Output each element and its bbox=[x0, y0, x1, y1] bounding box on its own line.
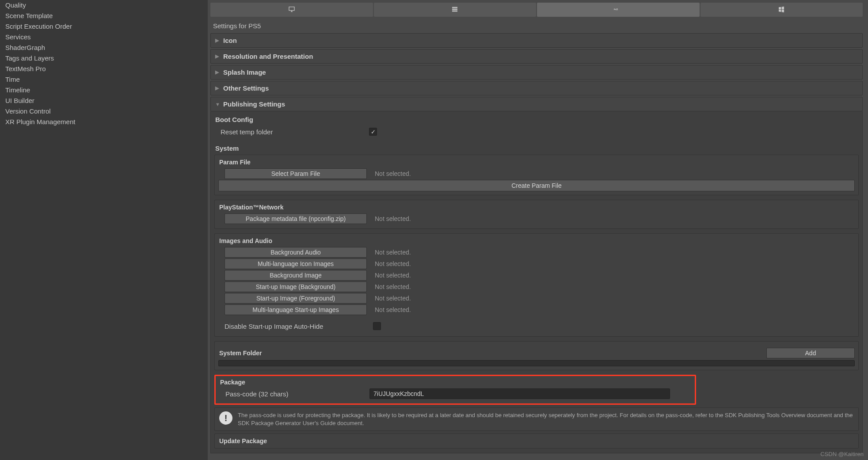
update-package-group: Update Package bbox=[214, 433, 859, 449]
settings-sidebar: Quality Scene Template Script Execution … bbox=[0, 0, 208, 460]
section-resolution[interactable]: ▶ Resolution and Presentation bbox=[210, 49, 863, 64]
sidebar-item-textmesh-pro[interactable]: TextMesh Pro bbox=[5, 64, 208, 74]
background-audio-button[interactable]: Background Audio bbox=[225, 247, 367, 258]
platform-tab-standalone[interactable] bbox=[210, 3, 373, 17]
svg-text:ᴘs5: ᴘs5 bbox=[614, 8, 618, 11]
passcode-input[interactable] bbox=[369, 388, 670, 399]
info-icon: ! bbox=[219, 411, 232, 425]
passcode-info-box: ! The pass-code is used for protecting t… bbox=[214, 407, 859, 431]
sidebar-item-scene-template[interactable]: Scene Template bbox=[5, 11, 208, 21]
desktop-icon bbox=[287, 6, 296, 14]
boot-config-heading: Boot Config bbox=[214, 114, 859, 126]
platform-tab-ps5[interactable]: ᴘs5 bbox=[537, 3, 700, 17]
platform-tab-server[interactable] bbox=[374, 3, 537, 17]
section-label: Splash Image bbox=[223, 68, 266, 76]
background-audio-status: Not selected. bbox=[375, 249, 411, 256]
section-label: Resolution and Presentation bbox=[223, 53, 313, 60]
disable-auto-hide-checkbox[interactable] bbox=[373, 322, 381, 330]
sidebar-item-services[interactable]: Services bbox=[5, 32, 208, 42]
settings-content: ▶ Icon ▶ Resolution and Presentation ▶ S… bbox=[208, 33, 865, 460]
sidebar-item-xr-plugin-management[interactable]: XR Plugin Management bbox=[5, 117, 208, 127]
package-group-highlighted: Package Pass-code (32 chars) bbox=[214, 375, 696, 405]
package-heading: Package bbox=[219, 379, 691, 388]
psn-group-label: PlayStation™Network bbox=[218, 204, 855, 213]
section-label: Icon bbox=[223, 37, 237, 44]
multilang-icon-images-status: Not selected. bbox=[375, 260, 411, 267]
sidebar-item-script-execution-order[interactable]: Script Execution Order bbox=[5, 21, 208, 32]
psn-group: PlayStation™Network Package metadata fil… bbox=[214, 200, 859, 229]
system-heading: System bbox=[214, 143, 859, 155]
background-image-button[interactable]: Background Image bbox=[225, 270, 367, 281]
sidebar-item-shadergraph[interactable]: ShaderGraph bbox=[5, 42, 208, 53]
windows-icon bbox=[777, 6, 786, 14]
select-param-file-button[interactable]: Select Param File bbox=[225, 168, 367, 179]
reset-temp-folder-checkbox[interactable] bbox=[369, 128, 377, 136]
reset-temp-folder-label: Reset temp folder bbox=[214, 128, 369, 136]
platform-tab-windows[interactable] bbox=[700, 3, 863, 17]
images-audio-group-label: Images and Audio bbox=[218, 237, 855, 247]
sidebar-item-tags-and-layers[interactable]: Tags and Layers bbox=[5, 53, 208, 64]
images-audio-group: Images and Audio Background Audio Not se… bbox=[214, 233, 859, 337]
param-file-group-label: Param File bbox=[218, 159, 855, 168]
publishing-settings-body: Boot Config Reset temp folder System Par… bbox=[210, 111, 863, 453]
multilang-startup-images-button[interactable]: Multi-language Start-up Images bbox=[225, 304, 367, 315]
section-publishing-settings[interactable]: ▼ Publishing Settings bbox=[210, 97, 863, 111]
passcode-label: Pass-code (32 chars) bbox=[219, 390, 369, 398]
section-label: Publishing Settings bbox=[223, 100, 285, 108]
chevron-right-icon: ▶ bbox=[215, 85, 221, 91]
section-other-settings[interactable]: ▶ Other Settings bbox=[210, 81, 863, 95]
settings-title: Settings for PS5 bbox=[208, 17, 865, 33]
system-folder-strip[interactable] bbox=[218, 360, 855, 366]
startup-image-background-button[interactable]: Start-up Image (Background) bbox=[225, 281, 367, 292]
sidebar-item-time[interactable]: Time bbox=[5, 74, 208, 85]
multilang-startup-images-status: Not selected. bbox=[375, 306, 411, 313]
sidebar-item-timeline[interactable]: Timeline bbox=[5, 85, 208, 95]
sidebar-item-ui-builder[interactable]: UI Builder bbox=[5, 95, 208, 106]
package-metadata-status: Not selected. bbox=[375, 215, 411, 222]
sidebar-item-version-control[interactable]: Version Control bbox=[5, 106, 208, 117]
svg-rect-2 bbox=[452, 10, 457, 11]
section-icon[interactable]: ▶ Icon bbox=[210, 33, 863, 48]
ps5-icon: ᴘs5 bbox=[614, 6, 623, 14]
passcode-info-text: The pass-code is used for protecting the… bbox=[238, 411, 854, 427]
chevron-right-icon: ▶ bbox=[215, 69, 221, 75]
startup-image-background-status: Not selected. bbox=[375, 283, 411, 290]
update-package-heading: Update Package bbox=[218, 437, 855, 445]
server-icon bbox=[450, 6, 459, 14]
svg-rect-0 bbox=[452, 7, 457, 8]
create-param-file-button[interactable]: Create Param File bbox=[218, 180, 855, 191]
svg-rect-1 bbox=[452, 8, 457, 10]
param-file-status: Not selected. bbox=[375, 170, 411, 177]
chevron-down-icon: ▼ bbox=[215, 102, 221, 107]
background-image-status: Not selected. bbox=[375, 272, 411, 279]
package-metadata-button[interactable]: Package metadata file (npconfig.zip) bbox=[225, 213, 367, 224]
system-folder-label: System Folder bbox=[219, 350, 262, 357]
main-panel: ᴘs5 Settings for PS5 ▶ Icon ▶ Resolution… bbox=[208, 0, 868, 460]
watermark: CSDN @Kaitiren bbox=[820, 451, 864, 457]
system-folder-add-button[interactable]: Add bbox=[766, 348, 855, 358]
section-splash-image[interactable]: ▶ Splash Image bbox=[210, 65, 863, 80]
multilang-icon-images-button[interactable]: Multi-language Icon Images bbox=[225, 259, 367, 269]
section-label: Other Settings bbox=[223, 84, 269, 92]
chevron-right-icon: ▶ bbox=[215, 53, 221, 59]
sidebar-item-quality[interactable]: Quality bbox=[5, 0, 208, 11]
param-file-group: Param File Select Param File Not selecte… bbox=[214, 155, 859, 195]
startup-image-foreground-button[interactable]: Start-up Image (Foreground) bbox=[225, 293, 367, 304]
platform-tabs: ᴘs5 bbox=[208, 0, 865, 17]
disable-auto-hide-label: Disable Start-up Image Auto-Hide bbox=[218, 323, 373, 330]
startup-image-foreground-status: Not selected. bbox=[375, 295, 411, 302]
system-folder-group: System Folder Add bbox=[214, 341, 859, 370]
chevron-right-icon: ▶ bbox=[215, 38, 221, 43]
